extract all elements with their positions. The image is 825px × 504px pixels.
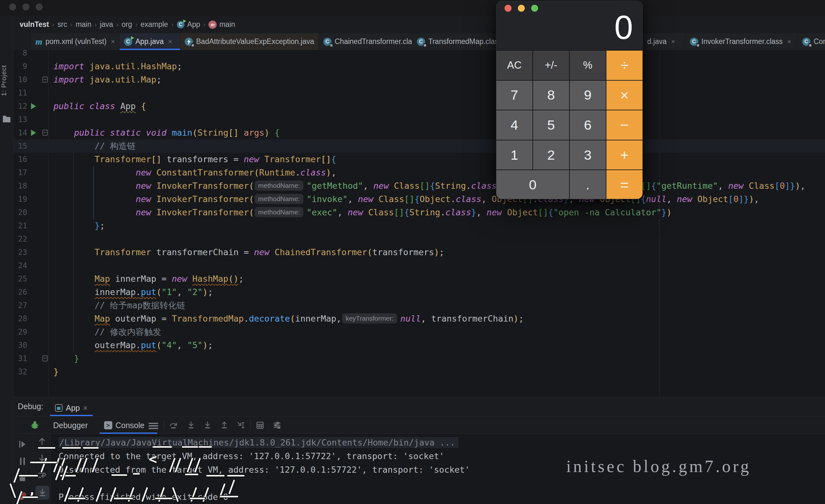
calc-button-9[interactable]: 9 xyxy=(570,81,606,110)
code-line-23[interactable]: 23 Transformer transformerChain = new Ch… xyxy=(13,246,825,259)
down-icon[interactable] xyxy=(37,453,47,464)
step-out-icon[interactable] xyxy=(220,421,229,430)
calc-button-8[interactable]: 8 xyxy=(533,81,569,110)
code-line-24[interactable]: 24 xyxy=(13,259,825,272)
run-gutter-icon[interactable] xyxy=(31,130,36,136)
force-step-into-icon[interactable] xyxy=(203,421,212,430)
code-line-15[interactable]: 15 // 构造链 xyxy=(13,140,825,153)
code-line-29[interactable]: 29 // 修改内容触发 xyxy=(13,325,825,339)
calc-button-+/-[interactable]: +/- xyxy=(533,51,569,80)
line-number[interactable]: 27 xyxy=(14,299,27,312)
editor-tab-invokertransformer-class[interactable]: CInvokerTransformer.class× xyxy=(685,33,798,50)
line-number[interactable]: 28 xyxy=(14,312,27,325)
debug-session-tab[interactable]: App × xyxy=(50,399,93,416)
window-zoom-icon[interactable] xyxy=(36,3,43,10)
code-line-31[interactable]: 31 } xyxy=(13,352,825,365)
breadcrumb-item-main[interactable]: mmain xyxy=(207,20,237,29)
line-number[interactable]: 26 xyxy=(14,285,27,299)
calculator-window[interactable]: 0 AC+/-%÷789×456−123+0.= xyxy=(496,1,643,199)
line-number[interactable]: 31 xyxy=(14,352,27,365)
line-number[interactable]: 17 xyxy=(14,166,27,179)
line-number[interactable]: 22 xyxy=(14,232,27,246)
calc-button-=[interactable]: = xyxy=(606,170,643,199)
calc-close-icon[interactable] xyxy=(505,5,512,12)
code-line-17[interactable]: 17 new ConstantTransformer(Runtime.class… xyxy=(13,166,825,179)
calc-button-4[interactable]: 4 xyxy=(496,110,532,140)
fold-icon[interactable] xyxy=(43,77,48,83)
step-over-icon[interactable] xyxy=(169,421,178,430)
line-number[interactable]: 23 xyxy=(14,246,27,259)
code-line-25[interactable]: 25 Map innerMap = new HashMap(); xyxy=(13,272,825,285)
code-line-8[interactable]: 8 xyxy=(13,50,825,60)
soft-wrap-icon[interactable] xyxy=(37,471,47,481)
breadcrumb-item-org[interactable]: org xyxy=(120,20,134,29)
line-number[interactable]: 18 xyxy=(14,179,27,192)
code-line-14[interactable]: 14 public static void main(String[] args… xyxy=(13,126,825,140)
code-line-30[interactable]: 30 outerMap.put("4", "5"); xyxy=(13,339,825,352)
close-icon[interactable]: × xyxy=(671,37,675,46)
calc-zoom-icon[interactable] xyxy=(531,5,538,12)
code-line-16[interactable]: 16 Transformer[] transformers = new Tran… xyxy=(13,153,825,166)
close-icon[interactable]: × xyxy=(787,37,791,46)
calc-button-−[interactable]: − xyxy=(606,110,643,140)
scroll-to-end-icon[interactable] xyxy=(35,486,49,500)
calculator-titlebar[interactable]: 0 xyxy=(496,1,643,50)
line-number[interactable]: 25 xyxy=(14,272,27,285)
code-line-9[interactable]: 9import java.util.HashMap; xyxy=(13,60,825,73)
editor-tab-pom-xml-vulntest-[interactable]: mpom.xml (vulnTest)× xyxy=(31,33,120,50)
tab-console[interactable]: > Console xyxy=(104,416,145,434)
editor-tab-d-java[interactable]: d.java× xyxy=(643,33,685,50)
up-icon[interactable] xyxy=(37,436,47,447)
calc-button-×[interactable]: × xyxy=(606,81,643,110)
code-line-13[interactable]: 13 xyxy=(13,113,825,126)
code-line-18[interactable]: 18 new InvokerTransformer(methodName:"ge… xyxy=(13,179,825,192)
code-line-19[interactable]: 19 new InvokerTransformer(methodName:"in… xyxy=(13,192,825,206)
editor-tab-app-java[interactable]: CApp.java× xyxy=(120,33,180,50)
breakpoints-icon[interactable] xyxy=(18,491,27,502)
calc-button-3[interactable]: 3 xyxy=(570,140,606,170)
evaluate-expression-icon[interactable] xyxy=(255,421,265,430)
run-gutter-icon[interactable] xyxy=(31,103,36,109)
step-into-icon[interactable] xyxy=(186,421,196,430)
fold-icon[interactable] xyxy=(43,130,48,136)
code-line-27[interactable]: 27 // 给予map数据转化链 xyxy=(13,299,825,312)
calc-button-AC[interactable]: AC xyxy=(496,51,532,80)
breadcrumb-item-vulntest[interactable]: vulnTest xyxy=(18,20,51,29)
close-icon[interactable]: × xyxy=(83,404,88,413)
calc-button-÷[interactable]: ÷ xyxy=(606,51,643,80)
editor-tab-badattributevalueexpexception-java[interactable]: BadAttributeValueExpException.java× xyxy=(180,33,319,50)
line-number[interactable]: 12 xyxy=(14,100,27,113)
calc-button-1[interactable]: 1 xyxy=(496,140,532,170)
code-line-11[interactable]: 11 xyxy=(13,86,825,100)
tab-debugger[interactable]: Debugger xyxy=(53,416,88,434)
line-number[interactable]: 29 xyxy=(14,325,27,339)
line-number[interactable]: 10 xyxy=(14,73,27,86)
code-line-26[interactable]: 26 innerMap.put("1", "2"); xyxy=(13,285,825,299)
code-line-12[interactable]: 12public class App { xyxy=(13,100,825,113)
calc-button-+[interactable]: + xyxy=(606,140,643,170)
line-number[interactable]: 30 xyxy=(14,339,27,352)
line-number[interactable]: 20 xyxy=(14,206,27,219)
code-line-28[interactable]: 28 Map outerMap = TransformedMap.decorat… xyxy=(13,312,825,325)
code-line-21[interactable]: 21 }; xyxy=(13,219,825,232)
code-line-32[interactable]: 32} xyxy=(13,365,825,379)
resume-icon[interactable] xyxy=(18,439,27,450)
line-number[interactable]: 19 xyxy=(14,192,27,206)
layout-settings-icon[interactable] xyxy=(273,421,282,430)
line-number[interactable]: 15 xyxy=(14,140,27,153)
pause-icon[interactable] xyxy=(18,456,27,467)
line-number[interactable]: 13 xyxy=(14,113,27,126)
line-number[interactable]: 14 xyxy=(14,126,27,140)
calc-minimize-icon[interactable] xyxy=(518,5,525,12)
calc-button-0[interactable]: 0 xyxy=(496,170,569,199)
code-line-22[interactable]: 22 xyxy=(13,232,825,246)
breadcrumb-item-app[interactable]: CApp xyxy=(175,20,202,29)
menu-icon[interactable] xyxy=(149,423,158,424)
code-editor[interactable]: 89import java.util.HashMap;10import java… xyxy=(13,50,825,397)
editor-tab-chainedtransformer-class[interactable]: CChainedTransformer.class× xyxy=(319,33,412,50)
line-number[interactable]: 11 xyxy=(14,86,27,100)
breadcrumb-item-main[interactable]: main xyxy=(74,20,93,29)
close-icon[interactable]: × xyxy=(168,37,172,46)
close-icon[interactable]: × xyxy=(111,37,115,46)
stop-icon[interactable] xyxy=(18,474,27,484)
